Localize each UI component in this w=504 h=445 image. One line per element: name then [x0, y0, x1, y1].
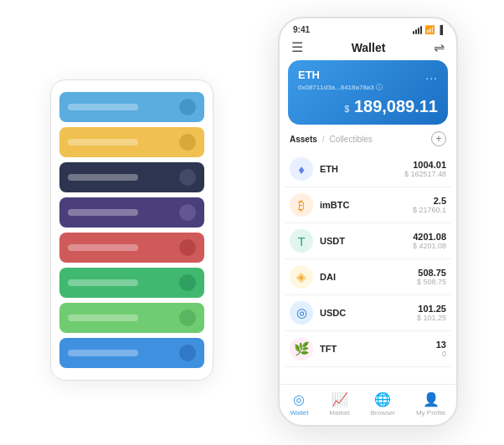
nav-icon-browser: 🌐	[374, 391, 391, 407]
tab-assets[interactable]: Assets	[290, 135, 317, 144]
nav-label-browser: Browser	[371, 409, 395, 417]
nav-icon-wallet: ◎	[293, 391, 305, 407]
eth-card-menu[interactable]: ...	[425, 69, 438, 82]
card-item[interactable]	[59, 233, 204, 263]
asset-row[interactable]: ◎ USDC 101.25 $ 101.25	[285, 295, 451, 331]
eth-card: ETH 0x08711d3a...8418a78a3 ⓘ ... $ 189,0…	[288, 60, 448, 125]
menu-icon[interactable]: ☰	[291, 39, 303, 55]
card-stack	[50, 79, 213, 381]
tab-separator: /	[322, 135, 325, 144]
nav-label-my-profile: My Profile	[416, 409, 446, 417]
asset-icon-usdt: T	[290, 229, 313, 253]
status-icons: 📶 ▐	[413, 25, 443, 34]
asset-icon-usdc: ◎	[290, 301, 313, 325]
card-item[interactable]	[59, 197, 204, 228]
battery-icon: ▐	[437, 25, 443, 34]
asset-list: ♦ ETH 1004.01 $ 162517.48 ₿ imBTC 2.5 $ …	[280, 151, 456, 384]
nav-item-market[interactable]: 📈 Market	[329, 391, 349, 417]
asset-amounts-imbtc: 2.5 $ 21760.1	[413, 196, 446, 214]
scene: 9:41 📶 ▐ ☰ Wallet ⇌ ETH	[0, 0, 504, 445]
asset-row[interactable]: ♦ ETH 1004.01 $ 162517.48	[285, 151, 451, 187]
asset-name-usdc: USDC	[320, 308, 417, 318]
assets-tabs: Assets / Collectibles	[290, 135, 373, 144]
status-time: 9:41	[293, 25, 310, 34]
expand-icon[interactable]: ⇌	[434, 39, 445, 55]
phone-header: ☰ Wallet ⇌	[280, 36, 456, 60]
asset-amounts-tft: 13 0	[436, 340, 446, 358]
bottom-nav: ◎ Wallet 📈 Market 🌐 Browser 👤 My Profile	[280, 384, 456, 425]
asset-icon-imbtc: ₿	[290, 193, 313, 217]
phone: 9:41 📶 ▐ ☰ Wallet ⇌ ETH	[278, 17, 458, 427]
asset-name-imbtc: imBTC	[320, 200, 413, 210]
card-item[interactable]	[59, 268, 204, 298]
card-item[interactable]	[59, 338, 204, 368]
add-asset-button[interactable]: +	[431, 131, 446, 146]
asset-amounts-usdc: 101.25 $ 101.25	[417, 304, 446, 322]
asset-amounts-dai: 508.75 $ 508.75	[417, 268, 446, 286]
eth-card-label: ETH	[298, 69, 383, 81]
card-item[interactable]	[59, 92, 204, 122]
wifi-icon: 📶	[424, 25, 435, 34]
asset-name-eth: ETH	[320, 164, 404, 174]
eth-card-address: 0x08711d3a...8418a78a3 ⓘ	[298, 83, 383, 92]
asset-name-dai: DAI	[320, 272, 417, 282]
page-title: Wallet	[352, 41, 386, 54]
card-item[interactable]	[59, 162, 204, 192]
status-bar: 9:41 📶 ▐	[280, 18, 456, 36]
asset-icon-eth: ♦	[290, 157, 313, 181]
card-item[interactable]	[59, 303, 204, 333]
nav-item-wallet[interactable]: ◎ Wallet	[290, 391, 308, 417]
card-item[interactable]	[59, 127, 204, 157]
asset-name-usdt: USDT	[320, 236, 413, 246]
asset-icon-tft: 🌿	[290, 337, 313, 361]
tab-collectibles[interactable]: Collectibles	[330, 135, 373, 144]
eth-card-top: ETH 0x08711d3a...8418a78a3 ⓘ ...	[298, 69, 438, 92]
asset-name-tft: TFT	[320, 344, 436, 354]
nav-icon-market: 📈	[332, 391, 348, 407]
signal-icon	[413, 26, 422, 34]
asset-row[interactable]: ◈ DAI 508.75 $ 508.75	[285, 259, 451, 295]
nav-label-wallet: Wallet	[290, 409, 308, 417]
nav-item-browser[interactable]: 🌐 Browser	[371, 391, 395, 417]
asset-row[interactable]: 🌿 TFT 13 0	[285, 331, 451, 367]
asset-icon-dai: ◈	[290, 265, 313, 289]
asset-amounts-usdt: 4201.08 $ 4201.08	[413, 232, 446, 250]
nav-item-my-profile[interactable]: 👤 My Profile	[416, 391, 446, 417]
asset-row[interactable]: T USDT 4201.08 $ 4201.08	[285, 223, 451, 259]
assets-header: Assets / Collectibles +	[280, 131, 456, 151]
nav-icon-my-profile: 👤	[423, 391, 440, 407]
asset-row[interactable]: ₿ imBTC 2.5 $ 21760.1	[285, 187, 451, 223]
nav-label-market: Market	[329, 409, 349, 417]
eth-card-balance: $ 189,089.11	[298, 97, 438, 116]
asset-amounts-eth: 1004.01 $ 162517.48	[404, 160, 446, 178]
